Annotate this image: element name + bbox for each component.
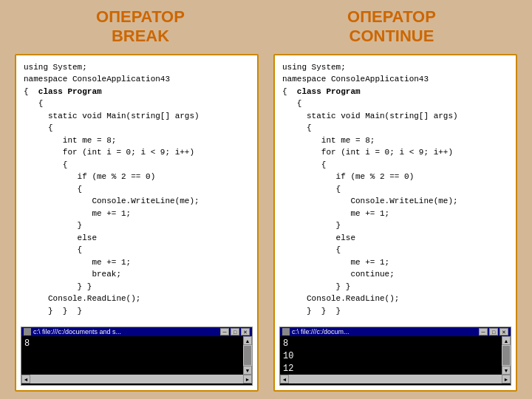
continue-console-title: c:\ file:///c:/docum... [292,328,349,335]
continue-panel: using System; namespace ConsoleApplicati… [273,54,517,392]
hscroll-track [30,375,243,383]
break-console-controls[interactable]: ─ □ ✕ [220,328,250,335]
continue-console-controls[interactable]: ─ □ ✕ [479,328,508,335]
continue-scroll-left-button[interactable]: ◄ [280,375,289,383]
break-console-title: c:\ file:///c:/documents and s... [33,328,121,335]
continue-scroll-up-button[interactable]: ▲ [502,336,511,345]
scroll-up-button[interactable]: ▲ [243,336,252,345]
break-header: ОПЕРАТОРBREAK [96,7,185,47]
continue-console: c:\ file:///c:/docum... ─ □ ✕ 8 10 12 14… [279,327,511,386]
continue-scroll-right-button[interactable]: ► [502,375,511,383]
break-console-body: 8 [21,336,243,375]
continue-header: ОПЕРАТОРCONTINUE [347,7,436,47]
close-button[interactable]: ✕ [241,328,250,335]
break-console-titlebar: c:\ file:///c:/documents and s... ─ □ ✕ [21,327,252,336]
continue-close-button[interactable]: ✕ [499,328,508,335]
continue-console-body: 8 10 12 14 16 [280,336,502,375]
restore-button[interactable]: □ [231,328,239,335]
continue-scrollbar-thumb [502,346,510,365]
continue-code: using System; namespace ConsoleApplicati… [275,55,516,324]
panels-container: using System; namespace ConsoleApplicati… [15,54,517,392]
continue-scroll-down-button[interactable]: ▼ [502,366,511,375]
scroll-left-button[interactable]: ◄ [21,375,30,383]
break-panel: using System; namespace ConsoleApplicati… [15,54,259,392]
continue-console-app-icon [282,328,290,335]
continue-console-titlebar: c:\ file:///c:/docum... ─ □ ✕ [280,327,511,336]
break-console-scrollbar[interactable]: ▲ ▼ [243,336,252,375]
scroll-right-button[interactable]: ► [243,375,252,383]
break-console-hscroll[interactable]: ◄ ► [21,375,252,383]
continue-console-hscroll[interactable]: ◄ ► [280,375,511,383]
scroll-down-button[interactable]: ▼ [243,366,252,375]
minimize-button[interactable]: ─ [220,328,229,335]
continue-minimize-button[interactable]: ─ [479,328,488,335]
scrollbar-thumb [244,346,251,365]
continue-console-output: 8 10 12 14 16 [283,338,499,373]
continue-console-scrollbar[interactable]: ▲ ▼ [502,336,511,375]
top-headers-container: ОПЕРАТОРBREAK ОПЕРАТОРCONTINUE [15,7,517,47]
console-app-icon [24,328,31,335]
break-code: using System; namespace ConsoleApplicati… [16,55,257,324]
continue-hscroll-track [289,375,502,383]
break-console-output: 8 [24,338,240,373]
continue-restore-button[interactable]: □ [489,328,498,335]
break-console: c:\ file:///c:/documents and s... ─ □ ✕ … [21,327,253,386]
